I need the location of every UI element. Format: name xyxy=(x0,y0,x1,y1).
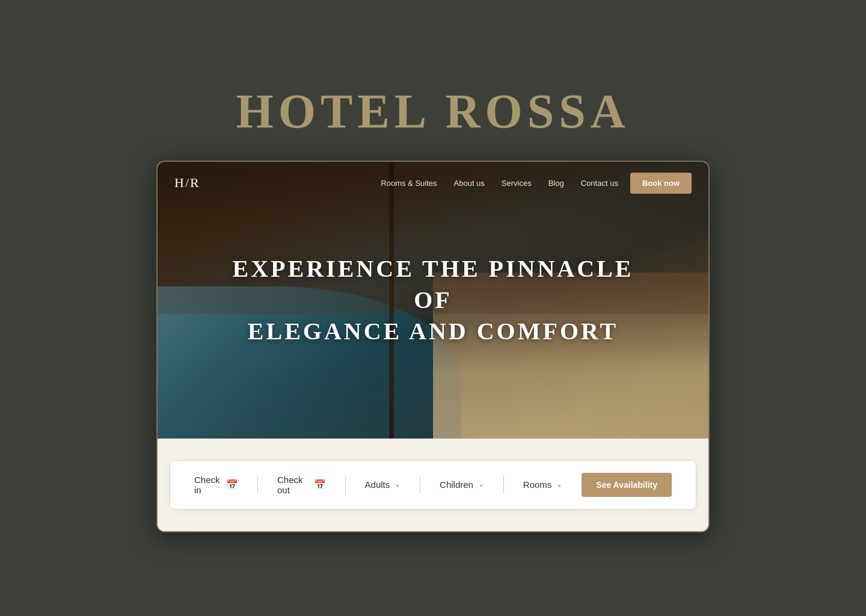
see-availability-button[interactable]: See Availability xyxy=(582,473,672,497)
hero-section: H/R Rooms & Suites About us Services Blo… xyxy=(158,162,708,439)
check-in-calendar-icon: 📅 xyxy=(226,479,238,490)
check-in-label: Check in xyxy=(194,475,220,495)
divider-4 xyxy=(503,476,504,493)
page-title: HOTEL ROSSA xyxy=(236,84,630,139)
divider-3 xyxy=(420,476,420,493)
divider-2 xyxy=(345,476,346,493)
browser-frame: H/R Rooms & Suites About us Services Blo… xyxy=(156,161,710,532)
nav-about-us[interactable]: About us xyxy=(454,179,485,188)
check-out-calendar-icon: 📅 xyxy=(314,479,326,490)
check-out-field[interactable]: Check out 📅 xyxy=(277,475,326,495)
logo[interactable]: H/R xyxy=(174,175,200,191)
adults-dropdown[interactable]: Adults ⌄ xyxy=(365,479,401,490)
rooms-label: Rooms xyxy=(523,479,552,490)
hero-text: EXPERIENCE THE PINNACLE OF ELEGANCE AND … xyxy=(213,253,654,347)
nav-blog[interactable]: Blog xyxy=(548,179,564,188)
children-dropdown[interactable]: Children ⌄ xyxy=(440,479,484,490)
adults-chevron-icon: ⌄ xyxy=(395,480,401,489)
rooms-chevron-icon: ⌄ xyxy=(556,480,562,489)
divider-1 xyxy=(257,476,258,493)
hero-headline-line2: ELEGANCE AND COMFORT xyxy=(248,318,618,345)
adults-label: Adults xyxy=(365,479,390,490)
check-out-label: Check out xyxy=(277,475,308,495)
children-label: Children xyxy=(440,479,473,490)
nav-links: Rooms & Suites About us Services Blog Co… xyxy=(381,179,618,188)
children-chevron-icon: ⌄ xyxy=(478,480,484,489)
hero-headline-line1: EXPERIENCE THE PINNACLE OF xyxy=(233,255,634,313)
nav-rooms-suites[interactable]: Rooms & Suites xyxy=(381,179,437,188)
hero-headline: EXPERIENCE THE PINNACLE OF ELEGANCE AND … xyxy=(213,253,654,347)
rooms-dropdown[interactable]: Rooms ⌄ xyxy=(523,479,563,490)
booking-inner: Check in 📅 Check out 📅 Adults ⌄ Children… xyxy=(170,460,696,510)
nav-services[interactable]: Services xyxy=(502,179,532,188)
booking-bar: Check in 📅 Check out 📅 Adults ⌄ Children… xyxy=(158,439,708,531)
book-now-button[interactable]: Book now xyxy=(630,173,692,194)
navbar: H/R Rooms & Suites About us Services Blo… xyxy=(158,162,708,205)
nav-contact-us[interactable]: Contact us xyxy=(581,179,618,188)
check-in-field[interactable]: Check in 📅 xyxy=(194,475,238,495)
